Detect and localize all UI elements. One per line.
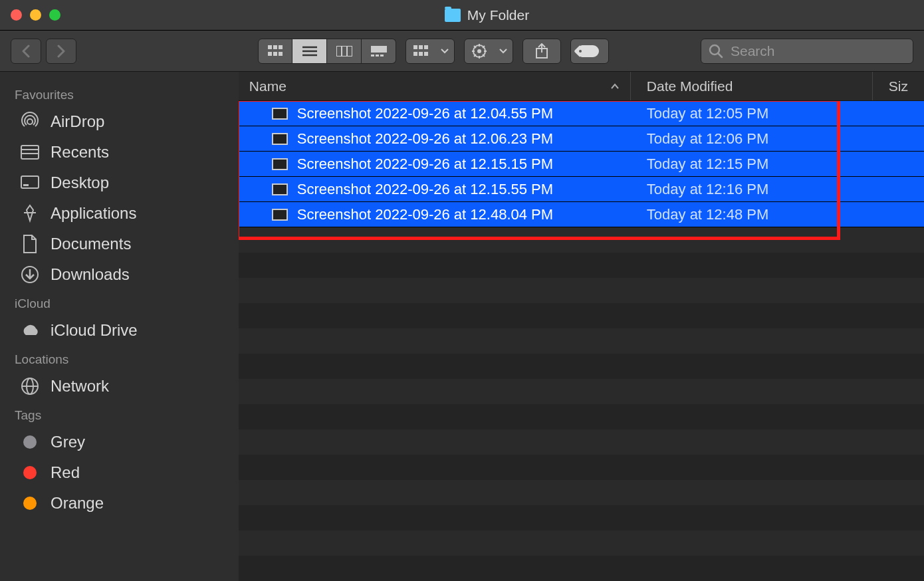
empty-row <box>239 253 924 278</box>
sidebar-item-label: AirDrop <box>51 112 104 131</box>
list-view-button[interactable] <box>292 39 327 64</box>
sidebar-heading-tags: Tags <box>0 402 239 427</box>
search-field-wrap <box>701 39 913 64</box>
action-button[interactable] <box>464 39 513 64</box>
sidebar-item-applications[interactable]: Applications <box>0 198 239 229</box>
sidebar-item-label: Applications <box>51 204 136 223</box>
file-name: Screenshot 2022-09-26 at 12.15.55 PM <box>297 181 553 198</box>
chevron-down-icon <box>435 39 454 63</box>
tags-button[interactable] <box>570 39 609 64</box>
svg-rect-3 <box>268 52 272 56</box>
share-button[interactable] <box>522 39 561 64</box>
sidebar-item-tag-orange[interactable]: Orange <box>0 488 239 519</box>
window-title: My Folder <box>467 7 529 23</box>
svg-rect-18 <box>424 45 428 49</box>
svg-rect-40 <box>21 176 39 188</box>
file-name: Screenshot 2022-09-26 at 12.48.04 PM <box>297 206 553 223</box>
empty-row <box>239 505 924 530</box>
column-date-label: Date Modified <box>647 78 733 94</box>
sidebar-item-tag-grey[interactable]: Grey <box>0 427 239 457</box>
recents-icon <box>20 142 40 162</box>
cloud-icon <box>20 320 40 340</box>
sidebar-heading-favourites: Favourites <box>0 81 239 106</box>
svg-rect-41 <box>23 184 29 186</box>
file-thumbnail-icon <box>272 108 288 120</box>
svg-rect-15 <box>380 55 384 57</box>
column-view-button[interactable] <box>327 39 362 64</box>
file-row[interactable]: Screenshot 2022-09-26 at 12.15.15 PMToda… <box>239 152 924 177</box>
empty-row <box>239 556 924 581</box>
sidebar-item-network[interactable]: Network <box>0 371 239 402</box>
tag-dot-icon <box>20 463 40 483</box>
downloads-icon <box>20 265 40 285</box>
window-title-area: My Folder <box>60 7 913 23</box>
file-date: Today at 12:16 PM <box>631 181 873 198</box>
file-date: Today at 12:15 PM <box>631 156 873 173</box>
gallery-view-button[interactable] <box>362 39 396 64</box>
sidebar-item-desktop[interactable]: Desktop <box>0 168 239 198</box>
file-list: Screenshot 2022-09-26 at 12.04.55 PMToda… <box>239 101 924 227</box>
empty-row <box>239 379 924 404</box>
tag-icon <box>580 45 599 57</box>
icon-view-button[interactable] <box>258 39 292 64</box>
sidebar-item-tag-red[interactable]: Red <box>0 457 239 488</box>
file-date: Today at 12:06 PM <box>631 130 873 148</box>
svg-rect-13 <box>371 55 374 57</box>
sidebar-item-label: Grey <box>51 433 85 451</box>
column-size[interactable]: Siz <box>873 72 924 100</box>
file-row[interactable]: Screenshot 2022-09-26 at 12.04.55 PMToda… <box>239 101 924 126</box>
empty-row <box>239 227 924 253</box>
titlebar: My Folder <box>0 0 924 31</box>
chevron-down-icon <box>494 39 513 63</box>
svg-rect-4 <box>273 52 277 56</box>
empty-row <box>239 354 924 379</box>
forward-button[interactable] <box>46 39 76 64</box>
sidebar-heading-icloud: iCloud <box>0 290 239 315</box>
minimize-window-button[interactable] <box>30 9 41 21</box>
documents-icon <box>20 234 40 254</box>
file-name: Screenshot 2022-09-26 at 12.15.15 PM <box>297 156 553 173</box>
svg-rect-12 <box>371 46 387 53</box>
back-button[interactable] <box>11 39 41 64</box>
empty-row <box>239 429 924 455</box>
file-name: Screenshot 2022-09-26 at 12.06.23 PM <box>297 130 553 148</box>
empty-row <box>239 303 924 328</box>
file-name: Screenshot 2022-09-26 at 12.04.55 PM <box>297 105 553 122</box>
empty-row <box>239 328 924 354</box>
column-name-label: Name <box>249 78 287 94</box>
search-input[interactable] <box>701 39 913 64</box>
svg-rect-17 <box>419 45 423 49</box>
file-date: Today at 12:05 PM <box>631 105 873 122</box>
close-window-button[interactable] <box>11 9 22 21</box>
sidebar-item-recents[interactable]: Recents <box>0 137 239 168</box>
sidebar-item-icloud-drive[interactable]: iCloud Drive <box>0 315 239 346</box>
file-row[interactable]: Screenshot 2022-09-26 at 12.15.55 PMToda… <box>239 177 924 202</box>
search-icon <box>709 44 723 58</box>
svg-rect-37 <box>21 146 39 159</box>
column-name[interactable]: Name <box>239 72 631 100</box>
column-size-label: Siz <box>889 78 908 94</box>
tag-dot-icon <box>20 432 40 452</box>
sidebar-item-label: iCloud Drive <box>51 321 138 340</box>
svg-rect-2 <box>279 45 283 49</box>
svg-rect-5 <box>279 52 283 56</box>
sidebar-item-downloads[interactable]: Downloads <box>0 259 239 290</box>
arrange-button[interactable] <box>405 39 455 64</box>
file-row[interactable]: Screenshot 2022-09-26 at 12.48.04 PMToda… <box>239 202 924 227</box>
column-date-modified[interactable]: Date Modified <box>631 72 873 100</box>
file-row[interactable]: Screenshot 2022-09-26 at 12.06.23 PMToda… <box>239 126 924 152</box>
applications-icon <box>20 203 40 223</box>
sidebar-item-label: Documents <box>51 235 131 253</box>
file-area: Name Date Modified Siz Screenshot 2022-0… <box>239 72 924 581</box>
sidebar-item-documents[interactable]: Documents <box>0 229 239 259</box>
sort-ascending-icon <box>610 83 620 90</box>
file-thumbnail-icon <box>272 209 288 221</box>
svg-rect-21 <box>424 52 428 56</box>
file-thumbnail-icon <box>272 133 288 145</box>
view-mode-group <box>258 39 396 64</box>
svg-rect-0 <box>268 45 272 49</box>
sidebar-item-airdrop[interactable]: AirDrop <box>0 106 239 137</box>
maximize-window-button[interactable] <box>49 9 60 21</box>
file-date: Today at 12:48 PM <box>631 206 873 223</box>
desktop-icon <box>20 173 40 193</box>
